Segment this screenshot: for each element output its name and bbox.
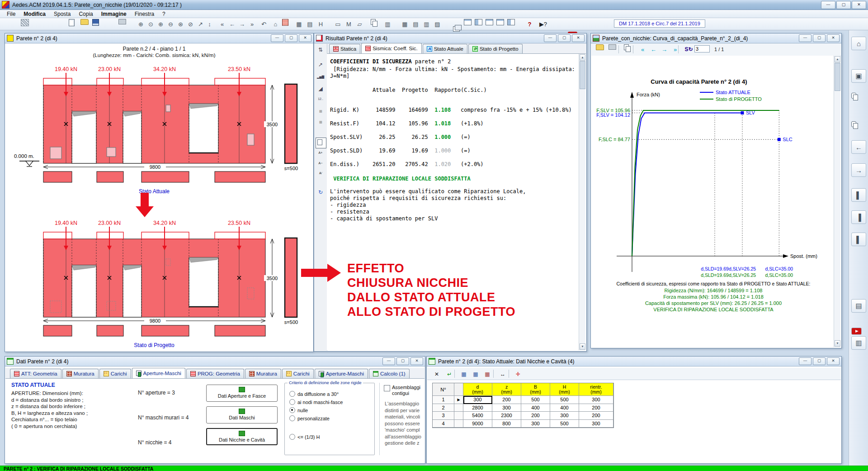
new-file-icon[interactable] — [69, 19, 75, 26]
scroll-down-icon[interactable]: ▼ — [580, 343, 585, 350]
zoom-plus-icon[interactable]: ⊕ — [156, 19, 166, 29]
cell-2-2[interactable]: 400 — [521, 404, 550, 412]
tab-sismica-coeff-sic[interactable]: Sismica: Coeff. Sic. — [361, 43, 422, 53]
bar-chart-icon[interactable]: ▂▅▇ — [316, 72, 326, 82]
close-button[interactable]: ✕ — [299, 34, 311, 42]
table-geometry-icon[interactable]: ▦ — [400, 19, 410, 29]
youtube-icon[interactable] — [851, 328, 862, 335]
scroll-thumb[interactable] — [580, 61, 585, 89]
section-h-icon[interactable]: H — [316, 19, 326, 29]
cell-4-2[interactable]: 300 — [521, 420, 550, 428]
window-curva-titlebar[interactable]: Parete_con_nicchie: Curva_di_capacità_Pa… — [591, 33, 841, 43]
decimals-icon[interactable]: 12.. — [316, 94, 326, 104]
cell-4-1[interactable]: 800 — [492, 420, 521, 428]
panel-nicchie-titlebar[interactable]: Parete n° 2 (di 4): Stato Attuale: Dati … — [427, 357, 841, 366]
menu-finestra[interactable]: Finestra — [131, 10, 158, 18]
nav-prev-icon[interactable]: ← — [648, 44, 659, 54]
restore-button[interactable]: ▢ — [396, 357, 409, 365]
home-icon[interactable]: ⌂ — [851, 37, 866, 50]
font-decrease-icon[interactable]: A− — [316, 158, 326, 168]
radio-nulle[interactable]: nulle — [289, 407, 308, 413]
gray-box-icon[interactable]: ■ — [316, 106, 326, 116]
save-icon[interactable] — [92, 19, 99, 26]
help-icon[interactable]: ? — [524, 19, 535, 29]
nav-next-icon[interactable]: → — [237, 19, 247, 29]
chart-axes-icon[interactable]: ↗ — [316, 60, 326, 70]
maximize-button[interactable]: ▢ — [836, 1, 851, 9]
minimize-button[interactable]: — — [799, 34, 811, 42]
back-icon[interactable]: ← — [851, 140, 866, 154]
zoom-extents-icon[interactable]: ⊛ — [175, 19, 186, 29]
window-tile-vertical-icon[interactable] — [475, 19, 482, 25]
cell-2-4[interactable]: 200 — [579, 404, 613, 412]
home-icon[interactable]: ⌂ — [270, 19, 281, 29]
undo-icon[interactable]: ↶ — [259, 19, 269, 29]
copy-page-icon[interactable] — [851, 93, 856, 99]
chart-icon[interactable]: ▥ — [851, 336, 866, 350]
area-chart-icon[interactable]: ◢ — [316, 84, 326, 94]
tab-muratura[interactable]: Muratura — [62, 369, 99, 378]
cell-4-3[interactable]: 500 — [550, 420, 579, 428]
forward-icon[interactable]: → — [851, 163, 866, 177]
menu-help[interactable]: ? — [158, 10, 170, 18]
tab-statica[interactable]: Statica — [329, 44, 360, 53]
frame-icon[interactable]: ▭ — [333, 19, 343, 29]
window-parete-titlebar[interactable]: Parete n° 2 (di 4) — ▢ ✕ — [5, 33, 313, 43]
close-button[interactable]: ✕ — [827, 34, 840, 42]
stack-icon[interactable]: ▤ — [851, 299, 866, 313]
scale-refresh-icon[interactable]: S↻ — [684, 44, 694, 54]
close-button[interactable]: ✕ — [410, 357, 423, 365]
apply-icon[interactable]: ↵ — [444, 369, 454, 379]
button-dati-maschi[interactable]: Dati Maschi — [206, 406, 278, 423]
nav-prev-icon[interactable]: ← — [227, 19, 237, 29]
panel-dati-titlebar[interactable]: Dati Parete n° 2 (di 4) — ▢ ✕ — [5, 357, 425, 366]
cell-3-3[interactable]: 300 — [550, 412, 579, 420]
close-button[interactable]: ✕ — [827, 357, 840, 365]
font-italic-icon[interactable]: A∕ — [316, 168, 326, 178]
zoom-minus-icon[interactable]: ⊖ — [165, 19, 176, 29]
scale-spinner[interactable] — [694, 45, 710, 52]
minimize-button[interactable]: — — [544, 34, 557, 42]
copy-chart-icon[interactable] — [624, 44, 629, 50]
cell-1-0[interactable]: 300 — [463, 396, 492, 404]
tab-calcolo-1[interactable]: Calcolo (1) — [369, 369, 410, 378]
report-icon[interactable]: ▥ — [382, 19, 393, 29]
radio-personalizzate[interactable]: personalizzate — [289, 415, 330, 421]
row-delete-icon[interactable]: ▦ — [482, 369, 492, 379]
table-results-icon[interactable]: ▨ — [432, 19, 443, 29]
zoom-in-icon[interactable]: ⊕ — [136, 19, 146, 29]
restore-button[interactable]: ▢ — [813, 34, 826, 42]
chart-scrollbar[interactable]: ▲ ▼ — [834, 56, 840, 347]
restore-button[interactable]: ▢ — [558, 34, 571, 42]
nav-last-icon[interactable]: » — [670, 44, 680, 54]
window-arrange-icon[interactable] — [486, 19, 493, 25]
zoom-dynamic-icon[interactable]: ⊙ — [146, 19, 156, 29]
tab-aperture-maschi[interactable]: Aperture-Maschi — [132, 368, 185, 378]
cell-3-0[interactable]: 5400 — [463, 412, 492, 420]
open-file-icon[interactable] — [80, 19, 89, 25]
cell-1-2[interactable]: 500 — [521, 396, 550, 404]
restore-button[interactable]: ▢ — [813, 357, 826, 365]
cell-4-0[interactable]: 9000 — [463, 420, 492, 428]
tab-att-geometria[interactable]: ATT: Geometria — [10, 369, 61, 378]
cell-3-2[interactable]: 200 — [521, 412, 550, 420]
cell-1-3[interactable]: 500 — [550, 396, 579, 404]
gray-box-icon[interactable]: ■ — [316, 117, 326, 127]
window-icon[interactable]: ▣ — [851, 69, 866, 83]
scroll-up-icon[interactable]: ▲ — [835, 56, 840, 62]
tab-stato-di-progetto[interactable]: Stato di Progetto — [468, 44, 523, 53]
table-openings-icon[interactable]: ▥ — [421, 19, 432, 29]
menu-file[interactable]: File — [3, 10, 19, 18]
table-loads-icon[interactable]: ▤ — [410, 19, 421, 29]
masonry-icon[interactable]: M — [344, 19, 354, 29]
cell-2-3[interactable]: 400 — [550, 404, 579, 412]
window-tile-horizontal-icon[interactable] — [464, 19, 472, 25]
close-button[interactable]: ✕ — [572, 34, 585, 42]
measure-icon[interactable]: ↕ — [204, 19, 215, 29]
nav-first-icon[interactable]: « — [217, 19, 227, 29]
restore-button[interactable]: ▢ — [285, 34, 297, 42]
refresh-icon[interactable]: ↻ — [316, 187, 326, 197]
radio-ai-nodi-maschi-fasce[interactable]: ai nodi maschi-fasce — [289, 399, 343, 405]
building-icon[interactable] — [282, 19, 288, 26]
cell-1-4[interactable]: 300 — [579, 396, 613, 404]
